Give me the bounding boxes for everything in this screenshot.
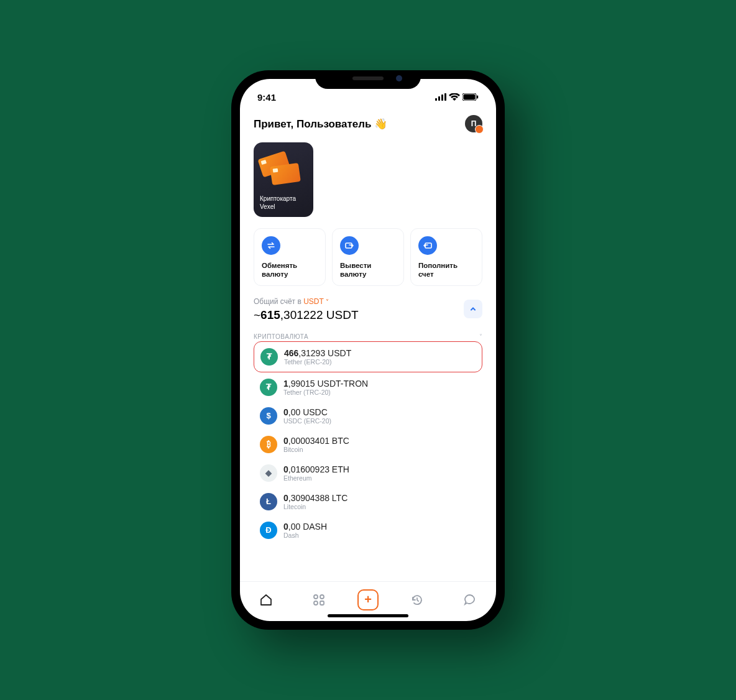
phone-frame: 9:41 Привет, Пользователь 👋 П (231, 70, 505, 630)
svg-rect-3 (444, 93, 446, 101)
coin-main: 0,30904388 LTCLitecoin (283, 493, 347, 510)
svg-rect-1 (438, 96, 440, 101)
coin-amount: 0,00 USDC (283, 407, 331, 417)
status-time: 9:41 (257, 92, 276, 103)
coin-amount: 0,30904388 LTC (283, 493, 347, 503)
coin-icon: ₮ (260, 379, 277, 396)
coin-list: ₮466,31293 USDTTether (ERC-20)₮1,99015 U… (254, 340, 482, 544)
history-icon (410, 593, 424, 607)
status-right (435, 93, 479, 101)
coin-main: 0,01600923 ETHEthereum (283, 464, 349, 482)
actions-row: Обменять валюту Вывести валюту Пополнить… (254, 228, 482, 286)
collapse-button[interactable] (464, 300, 482, 318)
coin-amount: 0,00 DASH (283, 522, 327, 532)
withdraw-icon (340, 236, 359, 255)
action-deposit[interactable]: Пополнить счет (410, 228, 482, 286)
chevron-down-icon[interactable]: ˅ (326, 298, 329, 305)
coin-row[interactable]: ◆0,01600923 ETHEthereum (254, 459, 482, 487)
action-label: Пополнить счет (418, 261, 474, 279)
coin-main: 1,99015 USDT-TRONTether (TRC-20) (283, 379, 368, 396)
coin-row[interactable]: ₮466,31293 USDTTether (ERC-20) (254, 341, 482, 372)
deposit-icon (418, 236, 437, 255)
coin-sub: Bitcoin (283, 446, 349, 453)
coin-main: 0,00 DASHDash (283, 522, 327, 539)
coin-sub: USDC (ERC-20) (283, 417, 331, 425)
coin-row[interactable]: ₮1,99015 USDT-TRONTether (TRC-20) (254, 374, 482, 401)
action-exchange[interactable]: Обменять валюту (254, 228, 326, 286)
coin-main: 466,31293 USDTTether (ERC-20) (284, 348, 351, 366)
notch (315, 70, 421, 89)
coin-amount: 1,99015 USDT-TRON (283, 379, 368, 389)
svg-point-11 (314, 601, 318, 605)
tab-apps[interactable] (305, 586, 333, 614)
cellular-icon (435, 93, 446, 101)
action-label: Обменять валюту (262, 261, 318, 279)
coin-main: 0,00003401 BTCBitcoin (283, 436, 349, 453)
plus-icon: + (364, 592, 372, 607)
coin-row[interactable]: Ł0,30904388 LTCLitecoin (254, 488, 482, 515)
action-withdraw[interactable]: Вывести валюту (332, 228, 404, 286)
svg-point-10 (320, 595, 324, 599)
svg-rect-6 (477, 96, 478, 99)
coin-amount: 0,00003401 BTC (283, 436, 349, 446)
content: Привет, Пользователь 👋 П Криптокарта Vex… (240, 106, 496, 581)
wifi-icon (449, 93, 460, 101)
coin-icon: Ł (260, 493, 277, 510)
coin-sub: Litecoin (283, 503, 347, 510)
chat-icon (463, 593, 477, 607)
coin-main: 0,00 USDCUSDC (ERC-20) (283, 407, 331, 425)
coin-sub: Ethereum (283, 474, 349, 482)
coin-sub: Dash (283, 532, 327, 539)
svg-rect-2 (441, 94, 443, 101)
coin-row[interactable]: Đ0,00 DASHDash (254, 517, 482, 544)
coin-icon: Đ (260, 522, 277, 539)
chevron-down-icon[interactable]: ˅ (479, 333, 483, 340)
coin-amount: 466,31293 USDT (284, 348, 351, 358)
coin-sub: Tether (TRC-20) (283, 389, 368, 396)
chevron-up-icon (469, 305, 477, 313)
svg-rect-0 (435, 98, 437, 101)
coin-sub: Tether (ERC-20) (284, 358, 351, 366)
coin-amount: 0,01600923 ETH (283, 464, 349, 474)
screen: 9:41 Привет, Пользователь 👋 П (240, 79, 496, 621)
crypto-card-tile[interactable]: Криптокарта Vexel (254, 142, 313, 217)
total-block: Общий счёт в USDT ˅ ~615,301222 USDT (254, 297, 482, 322)
svg-point-9 (314, 595, 318, 599)
grid-icon (312, 593, 326, 607)
total-amount: ~615,301222 USDT (254, 308, 482, 322)
card-tile-label: Криптокарта Vexel (260, 195, 307, 211)
svg-rect-5 (464, 94, 476, 100)
svg-rect-12 (320, 601, 324, 605)
home-indicator (328, 614, 408, 617)
total-currency[interactable]: USDT (303, 297, 323, 306)
total-label: Общий счёт в USDT ˅ (254, 297, 482, 306)
battery-icon (462, 93, 479, 101)
tab-add[interactable]: + (357, 589, 379, 610)
coin-row[interactable]: ₿0,00003401 BTCBitcoin (254, 431, 482, 458)
greeting: Привет, Пользователь 👋 (254, 117, 387, 131)
coin-icon: ₿ (260, 436, 277, 453)
header-row: Привет, Пользователь 👋 П (254, 115, 482, 132)
coin-icon: ◆ (260, 464, 277, 482)
exchange-icon (262, 236, 280, 255)
coin-icon: ₮ (260, 348, 278, 366)
coin-icon: $ (260, 407, 277, 425)
action-label: Вывести валюту (340, 261, 396, 279)
coin-row[interactable]: $0,00 USDCUSDC (ERC-20) (254, 402, 482, 430)
section-title: КРИПТОВАЛЮТА ˅ (254, 333, 482, 340)
home-icon (259, 592, 274, 607)
tab-chat[interactable] (456, 586, 484, 614)
avatar[interactable]: П (465, 115, 482, 132)
tab-history[interactable] (403, 586, 431, 614)
tab-home[interactable] (252, 586, 280, 614)
